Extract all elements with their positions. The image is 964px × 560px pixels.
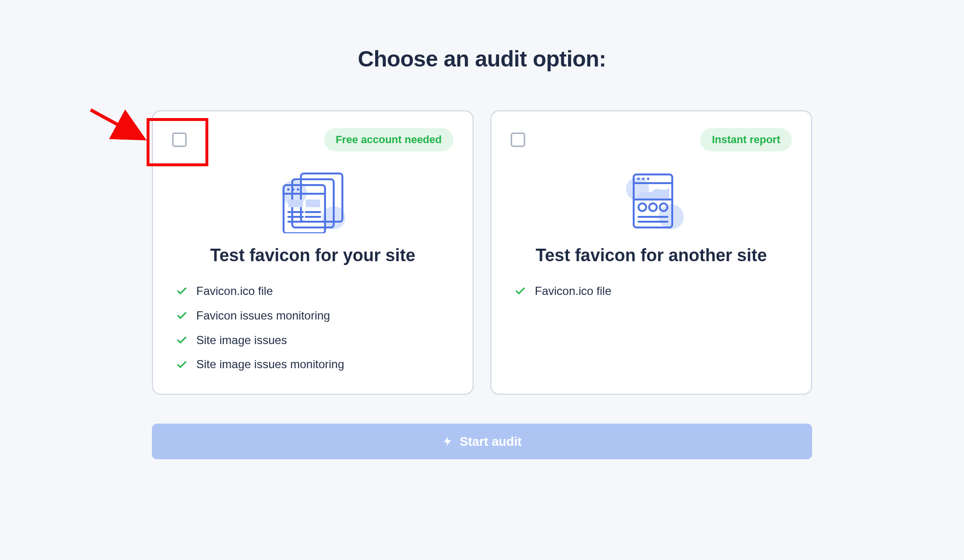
svg-point-26 <box>649 203 657 211</box>
svg-point-22 <box>642 177 644 180</box>
check-icon <box>176 359 188 371</box>
svg-point-7 <box>292 188 294 190</box>
svg-point-6 <box>287 188 289 190</box>
start-audit-label: Start audit <box>460 434 522 449</box>
single-page-icon <box>615 171 688 233</box>
card-title-your-site: Test favicon for your site <box>172 245 453 266</box>
option-card-your-site[interactable]: Free account needed <box>152 110 474 395</box>
feature-item: Site image issues monitoring <box>176 352 453 377</box>
svg-line-30 <box>91 110 144 139</box>
feature-list-another-site: Favicon.ico file <box>511 279 792 304</box>
page-title: Choose an audit option: <box>151 46 813 72</box>
svg-point-21 <box>637 177 639 180</box>
feature-item: Site image issues <box>176 328 453 353</box>
start-audit-button[interactable]: Start audit <box>152 424 812 459</box>
checkbox-another-site[interactable] <box>511 133 525 147</box>
feature-item: Favicon.ico file <box>515 279 792 304</box>
feature-item: Favicon.ico file <box>176 279 453 304</box>
feature-label: Site image issues monitoring <box>196 358 344 372</box>
check-icon <box>176 285 188 297</box>
feature-label: Favicon issues monitoring <box>196 309 330 323</box>
illustration-multiple-pages <box>172 163 453 240</box>
svg-rect-9 <box>288 200 303 207</box>
badge-instant-report: Instant report <box>700 128 792 151</box>
feature-item: Favicon issues monitoring <box>176 304 453 328</box>
card-title-another-site: Test favicon for another site <box>511 245 792 266</box>
illustration-single-page <box>511 163 792 240</box>
check-icon <box>515 285 526 297</box>
svg-point-25 <box>638 203 646 211</box>
checkbox-your-site[interactable] <box>172 133 187 147</box>
badge-free-account: Free account needed <box>324 128 453 151</box>
multi-page-icon <box>277 171 349 233</box>
annotation-arrow <box>87 106 154 149</box>
options-row: Free account needed <box>151 110 813 395</box>
svg-point-8 <box>297 188 299 190</box>
check-icon <box>176 334 188 346</box>
bolt-icon <box>442 436 453 447</box>
feature-label: Favicon.ico file <box>196 284 273 298</box>
feature-list-your-site: Favicon.ico file Favicon issues monitori… <box>172 279 453 377</box>
check-icon <box>176 310 188 321</box>
option-card-another-site[interactable]: Instant report <box>490 110 812 395</box>
svg-point-23 <box>647 177 649 180</box>
card-header: Instant report <box>511 128 792 151</box>
card-header: Free account needed <box>172 128 453 151</box>
feature-label: Site image issues <box>196 333 287 347</box>
svg-rect-10 <box>306 200 320 207</box>
feature-label: Favicon.ico file <box>535 284 611 298</box>
